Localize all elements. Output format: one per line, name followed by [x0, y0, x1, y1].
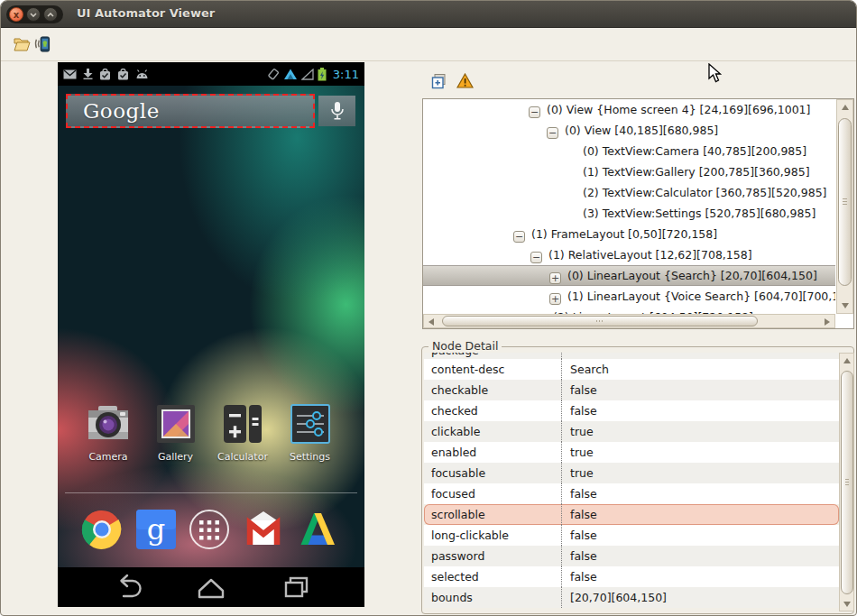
app-shortcut-calculator[interactable]: Calculator	[211, 402, 274, 463]
tree-node-label: (0) LinearLayout {Search} [20,70][604,15…	[567, 269, 817, 282]
chevron-down-icon	[30, 13, 37, 17]
scroll-down-arrow-icon[interactable]	[843, 602, 851, 607]
node-detail-row[interactable]: clickabletrue	[424, 421, 839, 442]
tree-node-label: (0) View {Home screen 4} [24,169][696,10…	[547, 103, 810, 116]
property-name: selected	[431, 570, 479, 584]
node-detail-row[interactable]: package	[424, 353, 839, 359]
expand-all-icon[interactable]	[431, 73, 447, 89]
node-detail-row[interactable]: bounds[20,70][604,150]	[424, 587, 839, 608]
dock-gmail[interactable]	[242, 508, 285, 551]
node-detail-row[interactable]: passwordfalse	[424, 546, 839, 566]
main-toolbar	[1, 29, 856, 61]
battery-charging-icon	[318, 68, 327, 81]
scroll-left-arrow-icon[interactable]	[428, 318, 434, 326]
svg-text:g: g	[147, 512, 165, 547]
tree-node-label: (3) TextView:Settings [520,785][680,985]	[583, 207, 816, 220]
tree-node[interactable]: −(1) RelativeLayout [12,62][708,158]	[423, 244, 835, 265]
device-screenshot-icon[interactable]	[33, 36, 51, 52]
google-search-bar[interactable]: Google	[66, 94, 315, 128]
property-value: [20,70][604,150]	[570, 591, 667, 604]
node-detail-row[interactable]: content-descSearch	[424, 359, 839, 380]
app-shortcut-settings[interactable]: Settings	[279, 402, 342, 463]
tree-hscroll-thumb[interactable]	[442, 316, 758, 326]
expand-icon[interactable]: +	[549, 293, 561, 305]
tree-node[interactable]: +(0) LinearLayout {Search} [20,70][604,1…	[423, 265, 835, 286]
wifi-icon	[283, 69, 298, 80]
property-value: true	[570, 466, 594, 480]
back-button[interactable]	[110, 571, 143, 603]
system-status-icons: 3:11	[267, 68, 359, 81]
node-detail-row[interactable]: checkablefalse	[424, 380, 839, 400]
scroll-right-arrow-icon[interactable]	[825, 318, 830, 326]
property-name: long-clickable	[431, 529, 509, 542]
app-label: Settings	[279, 451, 342, 463]
property-value: true	[570, 446, 594, 459]
dock-app-drawer[interactable]	[188, 508, 231, 551]
open-file-icon[interactable]	[13, 36, 31, 52]
node-detail-row[interactable]: checkedfalse	[424, 400, 839, 421]
scroll-up-arrow-icon[interactable]	[843, 358, 851, 363]
clock: 3:11	[333, 68, 359, 81]
node-detail-table: packagecontent-descSearchcheckablefalsec…	[424, 353, 839, 608]
collapse-icon[interactable]: −	[529, 106, 540, 118]
tree-horizontal-scrollbar[interactable]	[423, 314, 835, 328]
mouse-cursor	[708, 63, 723, 83]
status-bar: 3:11	[58, 62, 364, 86]
tree-vertical-scrollbar[interactable]	[836, 99, 853, 314]
maximize-button[interactable]	[43, 7, 58, 22]
detail-vscroll-thumb[interactable]	[841, 371, 853, 594]
window-buttons: x	[6, 5, 63, 23]
property-value: false	[570, 508, 597, 521]
tree-vscroll-thumb[interactable]	[838, 118, 852, 286]
node-detail-row[interactable]: focusedfalse	[424, 483, 839, 504]
node-detail-row[interactable]: scrollablefalse	[424, 504, 839, 525]
scroll-down-arrow-icon[interactable]	[842, 303, 849, 308]
property-name: package	[431, 353, 561, 359]
app-label: Gallery	[144, 451, 207, 463]
collapse-icon[interactable]: −	[547, 127, 558, 139]
property-name: checked	[431, 404, 478, 418]
minimize-button[interactable]	[26, 7, 41, 22]
google-search-icon: g	[134, 508, 178, 551]
device-screenshot[interactable]: 3:11 Google	[58, 62, 364, 607]
tree-node[interactable]: (0) TextView:Camera [40,785][200,985]	[423, 141, 835, 161]
collapse-icon[interactable]: −	[513, 231, 525, 243]
collapse-icon[interactable]: −	[530, 252, 542, 263]
tree-node-label: (0) View [40,185][680,985]	[565, 124, 718, 137]
dock-google-search[interactable]: g	[134, 508, 178, 551]
tree-node[interactable]: +(2) LinearLayout [604,50][720,158]	[423, 307, 835, 314]
property-name: focused	[431, 487, 475, 501]
google-logo: Google	[83, 99, 160, 123]
property-value: true	[570, 425, 594, 438]
voice-search-button[interactable]	[318, 96, 355, 126]
property-name: focusable	[431, 466, 485, 480]
gmail-notification-icon	[63, 69, 77, 79]
dock-drive[interactable]	[296, 508, 339, 551]
tree-node[interactable]: −(1) FrameLayout [0,50][720,158]	[423, 224, 835, 244]
recents-button[interactable]	[280, 571, 312, 603]
home-button[interactable]	[194, 571, 228, 603]
dock-chrome[interactable]	[80, 508, 124, 551]
tree-node[interactable]: +(1) LinearLayout {Voice Search} [604,70…	[423, 286, 835, 307]
titlebar[interactable]: x UI Automator Viewer	[1, 1, 856, 28]
detail-vertical-scrollbar[interactable]	[839, 353, 854, 611]
close-button[interactable]: x	[9, 7, 23, 22]
tree-node[interactable]: (2) TextView:Calculator [360,785][520,98…	[423, 182, 835, 203]
app-shortcut-camera[interactable]: Camera	[77, 402, 140, 463]
tree-node[interactable]: −(0) View [40,185][680,985]	[423, 120, 835, 141]
expand-icon[interactable]: +	[549, 272, 561, 284]
tree-node[interactable]: (3) TextView:Settings [520,785][680,985]	[423, 203, 835, 224]
app-label: Calculator	[211, 451, 274, 463]
property-value: false	[570, 487, 597, 501]
tree-node[interactable]: (1) TextView:Gallery [200,785][360,985]	[423, 161, 835, 182]
node-detail-row[interactable]: focusabletrue	[424, 463, 839, 483]
app-shortcut-gallery[interactable]: Gallery	[144, 402, 207, 463]
app-drawer-icon	[188, 508, 231, 551]
settings-app-icon	[289, 402, 332, 446]
node-detail-row[interactable]: long-clickablefalse	[424, 525, 839, 546]
node-detail-row[interactable]: selectedfalse	[424, 566, 839, 587]
node-detail-row[interactable]: enabledtrue	[424, 442, 839, 463]
warning-icon[interactable]	[456, 73, 474, 88]
tree-node[interactable]: −(0) View {Home screen 4} [24,169][696,1…	[423, 99, 835, 120]
scroll-up-arrow-icon[interactable]	[842, 105, 849, 110]
